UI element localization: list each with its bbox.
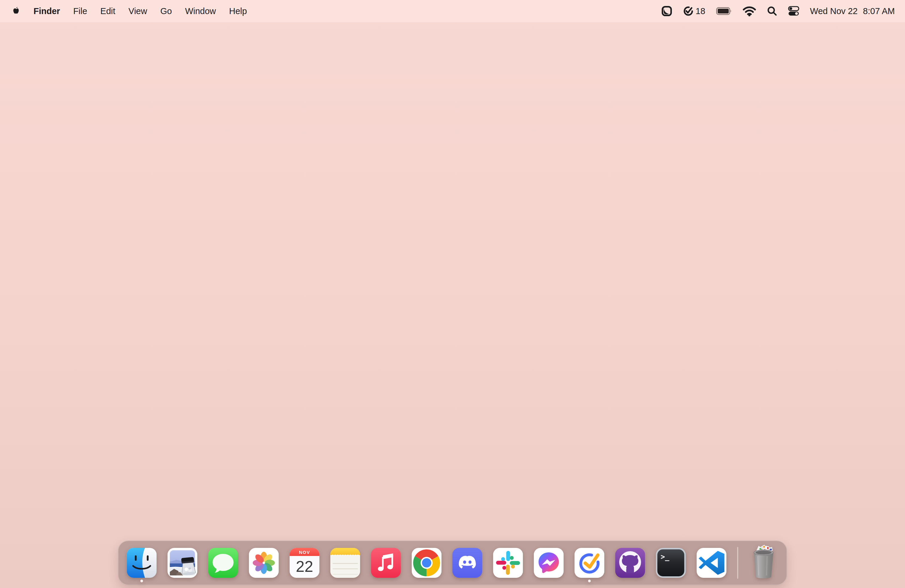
dock-separator — [737, 547, 738, 579]
menubar-time: 8:07 AM — [863, 6, 895, 16]
control-center-icon[interactable] — [788, 6, 799, 16]
dock: NOV 22 — [118, 541, 787, 585]
menu-window[interactable]: Window — [178, 6, 222, 16]
dock-icon-vscode[interactable] — [697, 548, 727, 578]
menu-help[interactable]: Help — [223, 6, 254, 16]
terminal-prompt-text: >_ — [661, 553, 670, 561]
menubar-date: Wed Nov 22 — [810, 6, 858, 16]
active-app-name[interactable]: Finder — [27, 6, 67, 16]
ticktick-check-icon — [683, 6, 694, 16]
desktop-wallpaper[interactable] — [0, 22, 905, 588]
macos-desktop: { "menubar": { "app_name": "Finder", "me… — [0, 0, 905, 588]
dock-icon-preview[interactable] — [168, 548, 197, 578]
dock-icon-notes[interactable] — [330, 548, 360, 578]
running-indicator — [588, 580, 591, 582]
menu-view[interactable]: View — [122, 6, 154, 16]
menu-edit[interactable]: Edit — [94, 6, 122, 16]
dock-icon-photos[interactable] — [249, 548, 279, 578]
dock-icon-github[interactable] — [615, 548, 645, 578]
running-indicator — [140, 580, 143, 582]
dock-icon-messages[interactable] — [208, 548, 238, 578]
task-count-badge: 18 — [695, 6, 705, 16]
dock-icon-discord[interactable] — [452, 548, 483, 578]
menu-bar: Finder File Edit View Go Window Help 18 — [0, 0, 905, 22]
ticktick-menu-item[interactable]: 18 — [683, 6, 705, 16]
dock-icon-terminal[interactable]: >_ — [656, 548, 686, 578]
dock-icon-slack[interactable] — [493, 548, 523, 578]
menubar-clock[interactable]: Wed Nov 22 8:07 AM — [810, 6, 895, 16]
screen-capture-menu-icon[interactable] — [661, 6, 672, 16]
spotlight-search-icon[interactable] — [767, 6, 777, 16]
dock-icon-finder[interactable] — [127, 548, 157, 578]
menu-file[interactable]: File — [67, 6, 94, 16]
battery-icon[interactable] — [716, 7, 732, 15]
menu-go[interactable]: Go — [154, 6, 179, 16]
calendar-month-text: NOV — [299, 550, 310, 555]
dock-icon-ticktick[interactable] — [575, 548, 605, 578]
dock-icon-trash[interactable] — [749, 544, 778, 580]
apple-menu-icon[interactable] — [12, 6, 21, 16]
calendar-day-text: 22 — [296, 558, 313, 575]
dock-icon-messenger[interactable] — [534, 548, 564, 578]
dock-icon-calendar[interactable]: NOV 22 — [290, 548, 320, 578]
dock-icon-music[interactable] — [371, 548, 401, 578]
wifi-icon[interactable] — [743, 6, 756, 16]
dock-icon-chrome[interactable] — [412, 548, 442, 578]
